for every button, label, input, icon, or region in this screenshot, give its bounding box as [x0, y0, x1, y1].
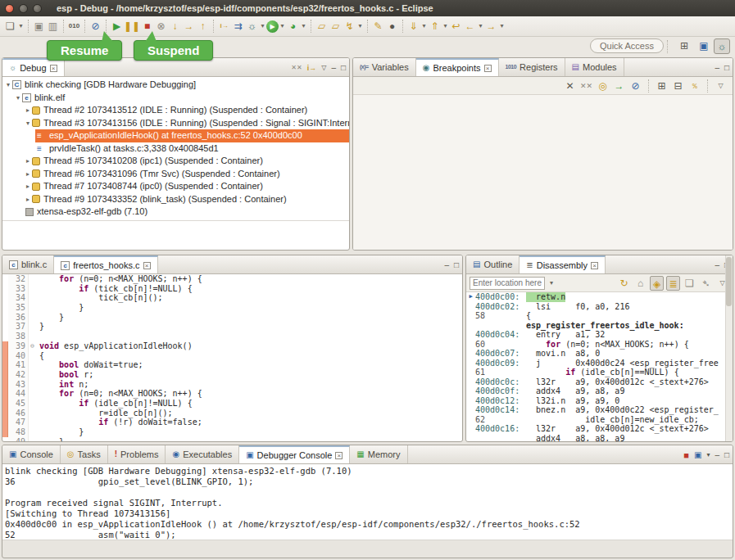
tab-tasks[interactable]: ◎ Tasks — [61, 445, 108, 463]
expander-icon[interactable]: ▾ — [14, 92, 22, 105]
step-return-icon[interactable]: ↑ — [196, 19, 210, 34]
tab-memory[interactable]: ▦ Memory — [350, 445, 407, 463]
fold-marker-icon[interactable] — [28, 351, 36, 361]
source-code-area[interactable]: 32 for (n=0; n<MAX_HOOKS; n++) { 33 if (… — [2, 274, 462, 442]
maximize-icon[interactable]: □ — [454, 260, 459, 269]
back-dropdown-icon[interactable]: ▾ — [477, 19, 484, 34]
step-into-icon[interactable]: ↓ — [168, 19, 182, 34]
external-tools-icon[interactable]: ↯ — [343, 19, 356, 34]
expander-icon[interactable]: ▾ — [4, 79, 12, 92]
last-edit-location-icon[interactable]: ↩ — [449, 19, 463, 34]
quick-access-button[interactable]: Quick Access — [590, 38, 664, 53]
tab-problems[interactable]: ! Problems — [108, 445, 166, 463]
expander-icon[interactable]: ▾ — [24, 117, 32, 130]
fold-marker-icon[interactable] — [28, 389, 36, 399]
fold-marker-icon[interactable] — [28, 332, 36, 341]
tab-blink-c[interactable]: c blink.c — [2, 255, 54, 273]
console-dropdown-icon[interactable]: ▾ — [706, 451, 710, 458]
coverage-icon[interactable]: ◕ — [286, 19, 300, 34]
tab-outline[interactable]: ▤ Outline — [466, 255, 519, 273]
debug-icon[interactable]: ☼ — [245, 19, 259, 34]
tree-item-stack-frame[interactable]: ≡ prvIdleTask() at tasks.c:3,338 0x40084… — [2, 142, 349, 156]
tree-item-launch[interactable]: ▾ C blink checking [GDB Hardware Debuggi… — [2, 79, 349, 92]
window-maximize-button[interactable] — [33, 4, 42, 13]
fold-marker-icon[interactable] — [28, 313, 36, 323]
tree-item-thread[interactable]: ▾ Thread #3 1073413156 (IDLE : Running) … — [2, 117, 349, 130]
fold-marker-icon[interactable]: ⊖ — [28, 341, 36, 351]
remove-all-breakpoints-icon[interactable]: ✕✕ — [579, 79, 593, 93]
fold-marker-icon[interactable] — [28, 399, 36, 409]
breakpoints-empty-area[interactable] — [353, 95, 733, 251]
fold-marker-icon[interactable] — [28, 418, 36, 427]
tab-freertos-hooks-c[interactable]: c freertos_hooks.c × — [54, 255, 157, 273]
location-dropdown-icon[interactable]: ▾ — [547, 279, 556, 287]
disassembly-listing[interactable]: ▶ 400d0c00: retw.n 400d0c02: lsi f0, a0,… — [466, 292, 733, 441]
minimize-icon[interactable]: – — [715, 450, 719, 459]
debugger-console-output[interactable]: blink checking [GDB Hardware Debugging] … — [2, 464, 733, 540]
forward-icon[interactable]: → — [484, 19, 498, 34]
debug-dropdown-icon[interactable]: ▾ — [259, 19, 266, 34]
location-input[interactable] — [470, 277, 545, 290]
back-icon[interactable]: ← — [463, 19, 477, 34]
external-tools-dropdown-icon[interactable]: ▾ — [356, 19, 364, 34]
expander-icon[interactable]: ▸ — [24, 155, 32, 168]
tab-debugger-console[interactable]: ▣ Debugger Console × — [239, 445, 350, 463]
debug-perspective-icon[interactable]: ☼ — [714, 38, 730, 54]
fold-marker-icon[interactable] — [28, 303, 36, 313]
collapse-all-icon[interactable]: ⊟ — [671, 79, 685, 93]
fold-marker-icon[interactable] — [28, 284, 36, 294]
flash-icon[interactable]: 010 — [67, 19, 81, 34]
fold-marker-icon[interactable] — [28, 427, 36, 437]
tab-registers[interactable]: 1010 Registers — [499, 58, 565, 76]
step-over-icon[interactable]: → — [182, 19, 196, 34]
next-annotation-icon[interactable]: ⇓ — [406, 19, 420, 34]
pin-view-icon[interactable]: ➴ — [699, 276, 713, 291]
remove-breakpoint-icon[interactable]: ✕ — [563, 79, 577, 93]
remove-all-terminated-icon[interactable]: ✕✕ — [291, 64, 302, 71]
tab-modules[interactable]: ▤ Modules — [565, 58, 624, 76]
window-minimize-button[interactable] — [19, 4, 28, 13]
previous-annotation-icon[interactable]: ⇑ — [428, 19, 442, 34]
mark-occurrences-icon[interactable]: ✎ — [371, 19, 385, 34]
open-resource-icon[interactable]: ▱ — [329, 19, 343, 34]
tree-item-thread[interactable]: ▸ Thread #6 1073431096 (Tmr Svc) (Suspen… — [2, 168, 349, 181]
run-icon[interactable]: ▶ — [266, 20, 279, 33]
link-with-debug-view-icon[interactable]: ％ — [687, 79, 701, 93]
next-annotation-dropdown-icon[interactable]: ▾ — [420, 19, 428, 34]
tab-breakpoints[interactable]: ◉ Breakpoints × — [416, 58, 499, 76]
step-filters-icon[interactable]: ⇉ — [231, 19, 245, 34]
tree-item-thread[interactable]: ▸ Thread #5 1073410208 (ipc1) (Suspended… — [2, 155, 349, 168]
tab-executables[interactable]: ◉ Executables — [166, 445, 239, 463]
home-icon[interactable]: ⌂ — [633, 276, 647, 291]
close-icon[interactable]: × — [335, 452, 343, 459]
tab-console[interactable]: ▣ Console — [2, 445, 61, 463]
expand-all-icon[interactable]: ⊞ — [655, 79, 669, 93]
new-wizard-icon[interactable]: ❏ — [3, 19, 17, 34]
fold-marker-icon[interactable] — [28, 360, 36, 370]
expander-icon[interactable]: ▸ — [24, 180, 32, 193]
tree-item-gdb[interactable]: xtensa-esp32-elf-gdb (7.10) — [2, 205, 349, 219]
tab-debug[interactable]: ☼ Debug × — [2, 58, 65, 76]
debug-launch-tree[interactable]: ▾ C blink checking [GDB Hardware Debuggi… — [2, 77, 349, 221]
open-console-icon[interactable]: ● — [385, 19, 399, 34]
terminate-icon[interactable]: ■ — [683, 450, 689, 460]
run-dropdown-icon[interactable]: ▾ — [279, 19, 286, 34]
save-icon[interactable]: ▣ — [32, 19, 46, 34]
tab-disassembly[interactable]: ≣ Disassembly × — [519, 255, 606, 273]
maximize-icon[interactable]: □ — [341, 63, 346, 72]
sync-active-context-icon[interactable]: ◈ — [650, 276, 664, 291]
disassembly-scrollbar[interactable] — [725, 255, 733, 441]
maximize-icon[interactable]: □ — [724, 450, 729, 459]
resume-icon[interactable]: ▶ — [110, 19, 124, 34]
open-element-icon[interactable]: ▱ — [315, 19, 329, 34]
expander-icon[interactable]: ▸ — [24, 104, 32, 117]
close-icon[interactable]: × — [484, 65, 492, 72]
show-source-icon[interactable]: ≣ — [666, 276, 680, 291]
forward-dropdown-icon[interactable]: ▾ — [498, 19, 506, 34]
tab-variables[interactable]: (x)= Variables — [353, 58, 416, 76]
skip-all-breakpoints-icon[interactable]: ⊘ — [628, 79, 642, 93]
instruction-stepping-mode-icon[interactable]: i→ — [307, 64, 317, 72]
expander-icon[interactable]: ▸ — [24, 193, 32, 206]
open-perspective-icon[interactable]: ⊞ — [676, 38, 692, 54]
maximize-icon[interactable]: □ — [724, 63, 729, 72]
